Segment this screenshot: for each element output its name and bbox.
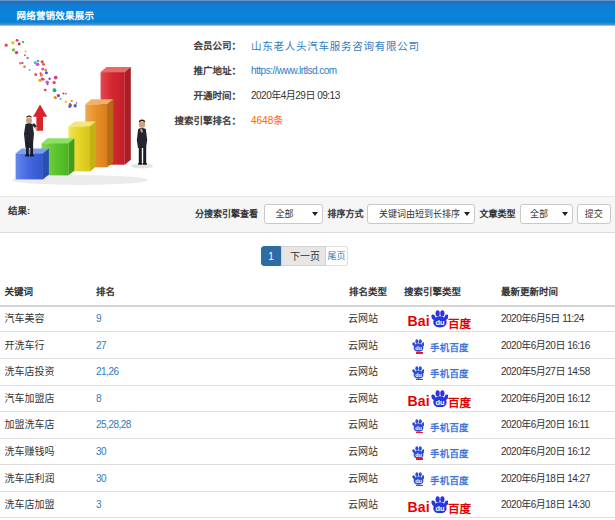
svg-text:du: du — [435, 318, 445, 327]
svg-text:du: du — [435, 504, 445, 513]
svg-text:du: du — [415, 452, 422, 458]
svg-text:du: du — [435, 398, 445, 407]
svg-text:du: du — [415, 372, 422, 378]
svg-text:du: du — [415, 478, 422, 484]
svg-text:du: du — [415, 346, 422, 352]
svg-text:du: du — [415, 425, 422, 431]
